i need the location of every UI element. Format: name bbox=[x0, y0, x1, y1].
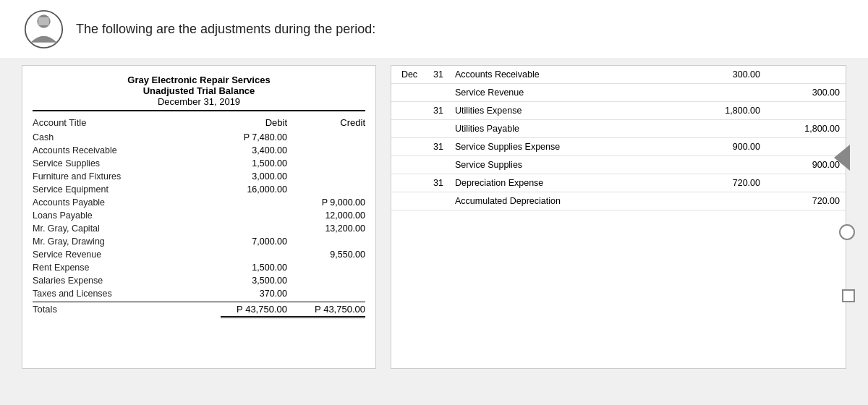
list-item: Dec31Accounts Receivable300.00 bbox=[391, 66, 846, 84]
tb-account-name: Rent Expense bbox=[33, 263, 221, 273]
tb-account-name: Service Revenue bbox=[33, 250, 221, 260]
list-item: 31Utilities Expense1,800.00 bbox=[391, 102, 846, 120]
adj-debit-value: 900.00 bbox=[686, 138, 766, 156]
adj-month bbox=[391, 156, 427, 174]
circle-button[interactable] bbox=[839, 224, 855, 240]
adj-month bbox=[391, 138, 427, 156]
tb-account-name: Mr. Gray, Capital bbox=[33, 223, 221, 234]
adj-credit-value bbox=[766, 174, 846, 192]
adj-debit-value bbox=[686, 192, 766, 210]
adj-tbody: Dec31Accounts Receivable300.00Service Re… bbox=[391, 66, 846, 210]
adj-month: Dec bbox=[391, 66, 427, 84]
tb-account-name: Service Supplies bbox=[33, 158, 221, 169]
adj-credit-value: 300.00 bbox=[766, 84, 846, 102]
tb-debit-value: 3,500.00 bbox=[221, 276, 293, 286]
adj-month bbox=[391, 84, 427, 102]
tb-credit-value: 12,000.00 bbox=[293, 210, 365, 221]
tb-account-name: Salaries Expense bbox=[33, 276, 221, 286]
tb-debit-value: 1,500.00 bbox=[221, 263, 293, 273]
adj-day bbox=[427, 156, 449, 174]
table-row: Service Revenue9,550.00 bbox=[33, 248, 365, 261]
adj-account: Service Supplies Expense bbox=[449, 138, 686, 156]
back-arrow-icon[interactable] bbox=[834, 145, 850, 171]
tb-debit-value: 16,000.00 bbox=[221, 184, 293, 195]
table-row: Accounts PayableP 9,000.00 bbox=[33, 196, 365, 209]
tb-account-name: Accounts Receivable bbox=[33, 145, 221, 155]
adj-debit-value bbox=[686, 120, 766, 138]
tb-debit-value: 7,000.00 bbox=[221, 236, 293, 247]
tb-totals-credit: P 43,750.00 bbox=[293, 304, 365, 318]
adj-day: 31 bbox=[427, 174, 449, 192]
list-item: Service Supplies900.00 bbox=[391, 156, 846, 174]
tb-totals-debit: P 43,750.00 bbox=[221, 304, 293, 318]
adj-debit-value: 300.00 bbox=[686, 66, 766, 84]
tb-subtitle: Unadjusted Trial Balance bbox=[33, 85, 365, 96]
adj-day: 31 bbox=[427, 66, 449, 84]
adj-debit-value bbox=[686, 156, 766, 174]
tb-credit-value: 9,550.00 bbox=[293, 250, 365, 260]
tb-debit-value: 3,000.00 bbox=[221, 171, 293, 182]
tb-company: Gray Electronic Repair Services bbox=[33, 74, 365, 85]
tb-col-credit: Credit bbox=[293, 117, 365, 128]
table-row: Loans Payable12,000.00 bbox=[33, 209, 365, 222]
tb-totals-label: Totals bbox=[33, 304, 221, 318]
tb-credit-value: 13,200.00 bbox=[293, 223, 365, 234]
adj-debit-value bbox=[686, 84, 766, 102]
table-row: Service Supplies1,500.00 bbox=[33, 157, 365, 170]
tb-debit-value: 3,400.00 bbox=[221, 145, 293, 155]
table-row: Taxes and Licenses370.00 bbox=[33, 287, 365, 300]
adj-month bbox=[391, 120, 427, 138]
adj-debit-value: 1,800.00 bbox=[686, 102, 766, 120]
tb-rows: CashP 7,480.00Accounts Receivable3,400.0… bbox=[33, 131, 365, 300]
table-row: Furniture and Fixtures3,000.00 bbox=[33, 170, 365, 183]
adj-account: Utilities Expense bbox=[449, 102, 686, 120]
adj-day bbox=[427, 192, 449, 210]
adj-month bbox=[391, 192, 427, 210]
tb-totals-row: Totals P 43,750.00 P 43,750.00 bbox=[33, 302, 365, 318]
svg-rect-2 bbox=[38, 17, 49, 25]
tb-account-name: Service Equipment bbox=[33, 184, 221, 195]
list-item: Service Revenue300.00 bbox=[391, 84, 846, 102]
square-button[interactable] bbox=[842, 289, 855, 302]
adj-account: Service Supplies bbox=[449, 156, 686, 174]
table-row: Accounts Receivable3,400.00 bbox=[33, 144, 365, 157]
tb-col-account: Account Title bbox=[33, 117, 221, 128]
table-row: Rent Expense1,500.00 bbox=[33, 261, 365, 274]
list-item: 31Service Supplies Expense900.00 bbox=[391, 138, 846, 156]
table-row: Salaries Expense3,500.00 bbox=[33, 274, 365, 287]
tb-debit-value: 370.00 bbox=[221, 289, 293, 299]
trial-balance-panel: Gray Electronic Repair Services Unadjust… bbox=[22, 65, 376, 369]
tb-account-name: Taxes and Licenses bbox=[33, 289, 221, 299]
page-title: The following are the adjustments during… bbox=[76, 22, 375, 37]
adj-account: Utilities Payable bbox=[449, 120, 686, 138]
adj-account: Service Revenue bbox=[449, 84, 686, 102]
adj-day bbox=[427, 120, 449, 138]
table-row: CashP 7,480.00 bbox=[33, 131, 365, 144]
list-item: 31Depreciation Expense720.00 bbox=[391, 174, 846, 192]
tb-col-debit: Debit bbox=[221, 117, 293, 128]
adj-day: 31 bbox=[427, 138, 449, 156]
tb-column-headers: Account Title Debit Credit bbox=[33, 117, 365, 128]
tb-debit-value: 1,500.00 bbox=[221, 158, 293, 169]
tb-date: December 31, 2019 bbox=[33, 96, 365, 111]
table-row: Service Equipment16,000.00 bbox=[33, 183, 365, 196]
adj-credit-value: 1,800.00 bbox=[766, 120, 846, 138]
adj-credit-value: 720.00 bbox=[766, 192, 846, 210]
adj-account: Depreciation Expense bbox=[449, 174, 686, 192]
adj-day: 31 bbox=[427, 102, 449, 120]
tb-account-name: Cash bbox=[33, 132, 221, 142]
adj-day bbox=[427, 84, 449, 102]
adjustments-panel: Dec31Accounts Receivable300.00Service Re… bbox=[391, 65, 846, 369]
page-header: The following are the adjustments during… bbox=[0, 0, 868, 58]
adj-month bbox=[391, 102, 427, 120]
adj-account: Accumulated Depreciation bbox=[449, 192, 686, 210]
adj-month bbox=[391, 174, 427, 192]
list-item: Utilities Payable1,800.00 bbox=[391, 120, 846, 138]
tb-credit-value: P 9,000.00 bbox=[293, 197, 365, 208]
main-content: Gray Electronic Repair Services Unadjust… bbox=[0, 58, 868, 376]
adj-debit-value: 720.00 bbox=[686, 174, 766, 192]
table-row: Mr. Gray, Drawing7,000.00 bbox=[33, 235, 365, 248]
adj-account: Accounts Receivable bbox=[449, 66, 686, 84]
adj-credit-value bbox=[766, 102, 846, 120]
table-row: Mr. Gray, Capital13,200.00 bbox=[33, 222, 365, 235]
